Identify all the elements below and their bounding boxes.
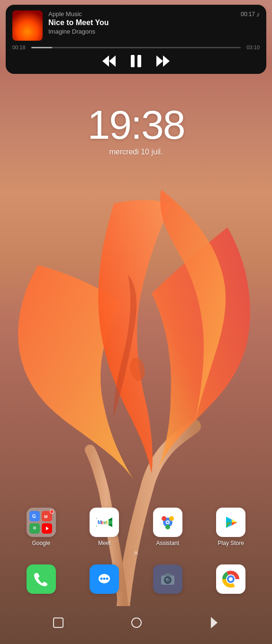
forward-button[interactable] [156, 55, 170, 67]
svg-point-10 [34, 528, 35, 529]
svg-rect-3 [131, 55, 135, 67]
svg-point-43 [103, 578, 106, 580]
svg-text:M: M [44, 514, 48, 519]
svg-point-29 [162, 516, 166, 521]
svg-text:t: t [106, 519, 108, 525]
svg-marker-26 [109, 524, 112, 527]
time-total: 03:10 [245, 45, 260, 50]
svg-marker-11 [46, 527, 49, 530]
artist-name: Imagine Dragons [48, 28, 235, 35]
svg-marker-6 [163, 55, 170, 67]
youtube-icon [42, 523, 52, 534]
nav-recent-button[interactable] [53, 617, 63, 628]
music-player: Apple Music Nice to Meet You Imagine Dra… [6, 5, 266, 74]
recent-apps-icon [53, 617, 63, 628]
svg-point-42 [100, 578, 103, 580]
svg-point-49 [166, 579, 167, 580]
player-info: Apple Music Nice to Meet You Imagine Dra… [48, 10, 235, 35]
clock-section: 19:38 mercredi 10 juil. [0, 104, 272, 156]
navigation-bar [0, 606, 272, 644]
phone-app-icon[interactable] [27, 564, 56, 594]
swipe-up-indicator[interactable]: ^ [134, 550, 138, 560]
google-g-icon: G [29, 511, 40, 521]
app-item-chrome[interactable] [212, 564, 250, 594]
pause-button[interactable] [131, 55, 141, 67]
progress-fill [31, 47, 52, 48]
progress-row[interactable]: 00:18 03:10 [12, 45, 260, 50]
app-item-messages[interactable] [85, 564, 123, 594]
maps-icon [29, 523, 40, 534]
app-item-meet[interactable]: M e e t Meet [85, 508, 123, 546]
progress-bar[interactable] [31, 47, 241, 48]
camera-app-icon[interactable] [153, 564, 182, 594]
nav-home-button[interactable] [131, 617, 142, 628]
clock-date: mercredi 10 juil. [0, 148, 272, 156]
svg-rect-50 [165, 573, 171, 576]
home-icon [131, 617, 142, 628]
google-folder-icon[interactable]: G M [27, 508, 56, 537]
assistant-label: Assistant [156, 540, 179, 546]
google-folder-label: Google [32, 540, 50, 546]
meet-label: Meet [98, 540, 111, 546]
svg-point-31 [165, 525, 170, 529]
rewind-button[interactable] [102, 55, 116, 67]
app-name: Apple Music [48, 10, 235, 18]
app-item-camera[interactable] [149, 564, 187, 594]
svg-point-33 [167, 521, 169, 523]
svg-point-44 [106, 578, 109, 580]
time-display-right: 00:17 ♪ [241, 10, 260, 18]
meet-icon[interactable]: M e e t [90, 508, 119, 537]
dock [0, 564, 272, 601]
svg-point-30 [169, 516, 174, 521]
app-grid: G M [0, 508, 272, 554]
app-item-phone[interactable] [22, 564, 60, 594]
notification-badge [50, 510, 54, 514]
playback-controls [12, 55, 260, 67]
time-current: 00:18 [12, 45, 27, 50]
album-art [12, 10, 43, 41]
dock-row [9, 564, 263, 594]
app-item-play-store[interactable]: Play Store [212, 508, 250, 546]
app-item-assistant[interactable]: Assistant [149, 508, 187, 546]
svg-rect-4 [137, 55, 141, 67]
svg-marker-25 [109, 518, 112, 520]
svg-marker-5 [156, 55, 163, 67]
svg-marker-1 [109, 55, 116, 67]
clock-time: 19:38 [0, 104, 272, 145]
music-note-icon: ♪ [256, 10, 260, 18]
back-icon [211, 617, 218, 628]
chrome-app-icon[interactable] [216, 564, 245, 594]
play-store-label: Play Store [218, 540, 244, 546]
play-store-icon-wrap[interactable] [216, 508, 245, 537]
svg-marker-2 [102, 55, 109, 67]
svg-point-54 [229, 577, 233, 581]
assistant-icon[interactable] [153, 508, 182, 537]
song-title: Nice to Meet You [48, 18, 235, 27]
app-item-google-folder[interactable]: G M [22, 508, 60, 546]
messages-app-icon[interactable] [90, 564, 119, 594]
app-row-1: G M [9, 508, 263, 546]
svg-rect-24 [109, 520, 112, 524]
svg-text:G: G [32, 514, 36, 519]
nav-back-button[interactable] [209, 617, 219, 628]
